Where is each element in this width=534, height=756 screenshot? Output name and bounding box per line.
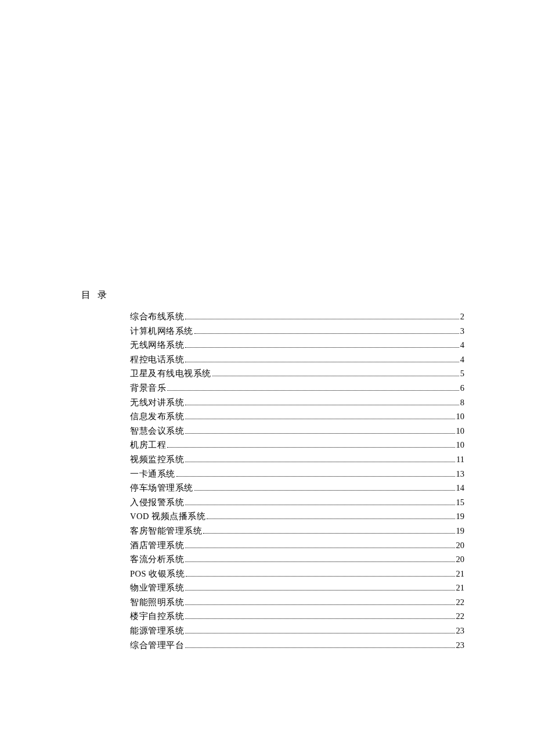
toc-entry-page: 6 [460, 381, 464, 395]
toc-entry-page: 19 [456, 509, 465, 524]
toc-entry-page: 23 [456, 638, 465, 653]
toc-leader-dots [203, 533, 455, 534]
toc-heading: 目 录 [81, 289, 464, 301]
toc-entry-title: 智慧会议系统 [130, 424, 184, 438]
toc-list: 综合布线系统2计算机网络系统3无线网络系统4程控电话系统4卫星及有线电视系统5背… [81, 309, 464, 652]
toc-entry-title: 物业管理系统 [130, 581, 184, 595]
toc-entry: 无线网络系统4 [130, 338, 464, 352]
toc-entry: 酒店管理系统20 [130, 538, 464, 553]
toc-leader-dots [186, 576, 454, 577]
toc-entry: 背景音乐6 [130, 381, 464, 395]
toc-entry: 物业管理系统21 [130, 581, 464, 595]
toc-leader-dots [185, 319, 459, 319]
toc-entry-page: 11 [456, 452, 464, 467]
toc-entry-title: 入侵报警系统 [130, 495, 184, 510]
toc-entry: 程控电话系统4 [130, 352, 464, 367]
toc-entry-title: 停车场管理系统 [130, 481, 193, 495]
toc-entry-title: 能源管理系统 [130, 624, 184, 638]
toc-leader-dots [185, 561, 455, 562]
toc-leader-dots [185, 633, 455, 633]
toc-entry: VOD 视频点播系统19 [130, 509, 464, 524]
toc-leader-dots [185, 433, 455, 434]
toc-entry-title: 智能照明系统 [130, 595, 184, 610]
toc-leader-dots [185, 462, 455, 462]
toc-leader-dots [185, 347, 459, 348]
toc-leader-dots [207, 519, 454, 519]
toc-entry-title: 程控电话系统 [130, 352, 184, 367]
toc-leader-dots [194, 333, 459, 334]
toc-entry-page: 10 [456, 438, 465, 452]
toc-entry: POS 收银系统21 [130, 567, 464, 581]
toc-entry-title: 背景音乐 [130, 381, 166, 395]
toc-entry-title: 信息发布系统 [130, 409, 184, 424]
toc-leader-dots [167, 390, 459, 391]
toc-entry: 一卡通系统13 [130, 467, 464, 481]
toc-leader-dots [176, 476, 455, 477]
toc-entry-page: 20 [456, 552, 465, 567]
toc-entry-title: POS 收银系统 [130, 567, 185, 581]
toc-entry: 停车场管理系统14 [130, 481, 464, 495]
toc-leader-dots [185, 362, 459, 362]
toc-leader-dots [167, 447, 455, 448]
toc-entry-title: 计算机网络系统 [130, 324, 193, 339]
toc-entry-page: 2 [460, 309, 464, 324]
toc-entry: 入侵报警系统15 [130, 495, 464, 510]
toc-entry-page: 3 [460, 324, 464, 339]
toc-leader-dots [194, 490, 455, 491]
toc-entry: 综合布线系统2 [130, 309, 464, 324]
toc-entry: 卫星及有线电视系统5 [130, 366, 464, 381]
toc-entry-page: 21 [456, 581, 465, 595]
toc-entry-page: 10 [456, 409, 465, 424]
toc-entry-title: 客房智能管理系统 [130, 524, 202, 538]
toc-entry-page: 20 [456, 538, 465, 553]
toc-entry-title: 楼宇自控系统 [130, 609, 184, 624]
toc-leader-dots [185, 647, 455, 648]
toc-entry: 计算机网络系统3 [130, 324, 464, 339]
toc-entry: 机房工程10 [130, 438, 464, 452]
toc-entry-page: 22 [456, 595, 465, 610]
toc-entry: 视频监控系统11 [130, 452, 464, 467]
toc-entry-title: 综合管理平台 [130, 638, 184, 653]
toc-entry-page: 10 [456, 424, 465, 438]
toc-entry-title: 综合布线系统 [130, 309, 184, 324]
toc-leader-dots [212, 376, 459, 376]
toc-entry-title: 机房工程 [130, 438, 166, 452]
toc-entry-page: 4 [460, 338, 464, 352]
toc-entry-page: 15 [456, 495, 465, 510]
toc-leader-dots [185, 405, 459, 405]
toc-leader-dots [185, 419, 455, 419]
toc-entry-title: 无线网络系统 [130, 338, 184, 352]
toc-leader-dots [185, 548, 455, 548]
toc-entry-title: 无线对讲系统 [130, 395, 184, 410]
toc-entry-page: 21 [456, 567, 465, 581]
toc-entry: 信息发布系统10 [130, 409, 464, 424]
toc-entry: 无线对讲系统8 [130, 395, 464, 410]
toc-leader-dots [185, 590, 455, 591]
toc-entry-page: 14 [456, 481, 465, 495]
toc-entry: 客房智能管理系统19 [130, 524, 464, 538]
toc-entry-title: VOD 视频点播系统 [130, 509, 205, 524]
toc-entry-title: 客流分析系统 [130, 552, 184, 567]
toc-entry-title: 卫星及有线电视系统 [130, 366, 211, 381]
toc-entry-page: 5 [460, 366, 464, 381]
toc-entry: 智能照明系统22 [130, 595, 464, 610]
toc-entry-title: 视频监控系统 [130, 452, 184, 467]
toc-leader-dots [185, 604, 455, 605]
toc-leader-dots [185, 618, 455, 619]
toc-leader-dots [185, 505, 455, 505]
toc-entry-page: 19 [456, 524, 465, 538]
toc-entry-title: 一卡通系统 [130, 467, 175, 481]
toc-entry-page: 8 [460, 395, 464, 410]
toc-entry: 能源管理系统23 [130, 624, 464, 638]
toc-entry: 智慧会议系统10 [130, 424, 464, 438]
toc-entry-page: 23 [456, 624, 465, 638]
toc-entry-title: 酒店管理系统 [130, 538, 184, 553]
toc-entry: 综合管理平台23 [130, 638, 464, 653]
toc-entry: 楼宇自控系统22 [130, 609, 464, 624]
toc-entry-page: 4 [460, 352, 464, 367]
toc-entry-page: 22 [456, 609, 465, 624]
toc-entry: 客流分析系统20 [130, 552, 464, 567]
document-page: 目 录 综合布线系统2计算机网络系统3无线网络系统4程控电话系统4卫星及有线电视… [0, 0, 534, 652]
toc-entry-page: 13 [456, 467, 465, 481]
